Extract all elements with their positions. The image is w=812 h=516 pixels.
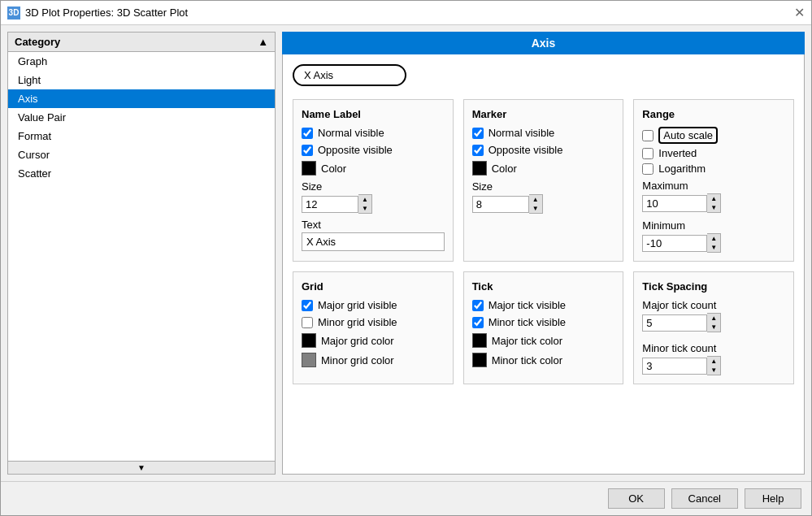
minor-tick-color-label: Minor tick color: [492, 354, 562, 366]
major-tick-count-btns: ▲ ▼: [707, 313, 721, 332]
range-title: Range: [642, 108, 785, 120]
logarithm-row: Logarithm: [642, 163, 785, 175]
marker-size-down-btn[interactable]: ▼: [529, 204, 542, 213]
sidebar-item-axis[interactable]: Axis: [8, 89, 275, 108]
minor-tick-color-row: Minor tick color: [472, 353, 615, 367]
marker-color-swatch[interactable]: [472, 161, 487, 176]
name-size-up-btn[interactable]: ▲: [358, 195, 371, 204]
name-size-spinner: ▲ ▼: [302, 194, 445, 214]
name-text-input[interactable]: [302, 232, 445, 251]
maximum-input[interactable]: [642, 195, 707, 212]
inverted-row: Inverted: [642, 147, 785, 159]
marker-size-up-btn[interactable]: ▲: [529, 195, 542, 204]
title-bar-left: 3D 3D Plot Properties: 3D Scatter Plot: [7, 7, 188, 20]
minimum-down-btn[interactable]: ▼: [707, 243, 720, 252]
marker-normal-visible-checkbox[interactable]: [472, 128, 484, 139]
name-size-down-btn[interactable]: ▼: [358, 204, 371, 213]
auto-scale-row: Auto scale: [642, 127, 785, 144]
major-tick-visible-row: Major tick visible: [472, 299, 615, 311]
help-button[interactable]: Help: [745, 488, 801, 509]
minor-tick-visible-label: Minor tick visible: [489, 316, 566, 328]
marker-section: Marker Normal visible Opposite visible C…: [463, 99, 624, 262]
minor-grid-visible-label: Minor grid visible: [318, 316, 397, 328]
minimum-up-btn[interactable]: ▲: [707, 234, 720, 243]
logarithm-checkbox[interactable]: [642, 163, 654, 175]
marker-size-label: Size: [472, 180, 615, 193]
major-tick-count-up-btn[interactable]: ▲: [707, 314, 720, 323]
cancel-button[interactable]: Cancel: [671, 488, 738, 509]
sidebar-item-light[interactable]: Light: [8, 71, 275, 89]
sidebar-item-scatter[interactable]: Scatter: [8, 164, 275, 183]
name-label-title: Name Label: [302, 108, 445, 120]
name-text-label: Text: [302, 219, 445, 231]
opposite-visible-checkbox[interactable]: [302, 145, 313, 156]
axis-dropdown[interactable]: X Axis Y Axis Z Axis: [293, 64, 406, 86]
minor-tick-visible-checkbox[interactable]: [472, 317, 484, 328]
major-tick-visible-checkbox[interactable]: [472, 300, 484, 311]
range-section: Range Auto scale Inverted Logarithm: [633, 99, 794, 262]
sidebar-item-graph[interactable]: Graph: [8, 52, 275, 71]
major-tick-color-row: Major tick color: [472, 333, 615, 348]
major-tick-count-input[interactable]: [642, 314, 707, 332]
maximum-up-btn[interactable]: ▲: [707, 194, 720, 203]
minimum-spinner: ▲ ▼: [642, 233, 785, 253]
marker-opposite-visible-label: Opposite visible: [489, 144, 563, 156]
major-grid-color-row: Major grid color: [302, 333, 445, 348]
minor-grid-visible-checkbox[interactable]: [302, 317, 313, 328]
major-tick-visible-label: Major tick visible: [489, 299, 566, 311]
name-color-label: Color: [321, 163, 346, 175]
minimum-input[interactable]: [642, 235, 707, 252]
minor-tick-color-swatch[interactable]: [472, 353, 487, 367]
bottom-bar: OK Cancel Help: [1, 481, 811, 515]
marker-size-input[interactable]: [472, 196, 529, 213]
major-tick-color-swatch[interactable]: [472, 333, 487, 348]
major-grid-visible-checkbox[interactable]: [302, 300, 313, 311]
marker-color-row: Color: [472, 161, 615, 176]
name-size-input[interactable]: [302, 196, 358, 213]
sidebar-scroll-down-btn[interactable]: ▼: [8, 461, 275, 474]
marker-opposite-visible-checkbox[interactable]: [472, 145, 484, 156]
maximum-spinner: ▲ ▼: [642, 193, 785, 213]
minor-tick-visible-row: Minor tick visible: [472, 316, 615, 328]
inverted-checkbox[interactable]: [642, 148, 654, 159]
minor-grid-visible-row: Minor grid visible: [302, 316, 445, 328]
marker-normal-visible-row: Normal visible: [472, 127, 615, 139]
major-grid-color-swatch[interactable]: [302, 333, 316, 348]
panel-body: X Axis Y Axis Z Axis Name Label Normal v…: [282, 54, 805, 475]
grid-title: Grid: [302, 280, 445, 293]
normal-visible-row: Normal visible: [302, 127, 445, 139]
title-bar: 3D 3D Plot Properties: 3D Scatter Plot ✕: [1, 1, 811, 25]
minor-grid-color-label: Minor grid color: [321, 354, 394, 366]
maximum-btns: ▲ ▼: [707, 193, 721, 213]
minor-tick-count-down-btn[interactable]: ▼: [707, 366, 720, 375]
minimum-label: Minimum: [642, 219, 785, 232]
major-tick-count-down-btn[interactable]: ▼: [707, 323, 720, 332]
ok-button[interactable]: OK: [608, 488, 665, 509]
close-button[interactable]: ✕: [794, 7, 805, 20]
auto-scale-checkbox[interactable]: [642, 130, 654, 141]
sidebar-header: Category ▲: [8, 33, 275, 52]
sidebar-item-format[interactable]: Format: [8, 127, 275, 145]
tick-section: Tick Major tick visible Minor tick visib…: [463, 271, 624, 384]
minor-tick-count-up-btn[interactable]: ▲: [707, 357, 720, 366]
major-grid-visible-label: Major grid visible: [318, 299, 397, 311]
range-inputs: Maximum ▲ ▼ Minimum: [642, 180, 785, 253]
sections-top: Name Label Normal visible Opposite visib…: [293, 99, 794, 262]
normal-visible-checkbox[interactable]: [302, 128, 313, 139]
minor-grid-color-swatch[interactable]: [302, 353, 316, 367]
sidebar-item-cursor[interactable]: Cursor: [8, 145, 275, 164]
tick-spacing-title: Tick Spacing: [642, 280, 785, 293]
sidebar-list: Graph Light Axis Value Pair Format Curso…: [8, 52, 275, 461]
name-size-btns: ▲ ▼: [358, 194, 372, 214]
minimum-btns: ▲ ▼: [707, 233, 721, 253]
minor-tick-count-btns: ▲ ▼: [707, 356, 721, 375]
window-title: 3D Plot Properties: 3D Scatter Plot: [25, 7, 188, 19]
minor-tick-count-input[interactable]: [642, 358, 707, 375]
major-grid-color-label: Major grid color: [321, 335, 394, 347]
maximum-down-btn[interactable]: ▼: [707, 203, 720, 212]
name-color-swatch[interactable]: [302, 161, 316, 176]
sidebar-item-value-pair[interactable]: Value Pair: [8, 108, 275, 127]
sidebar: Category ▲ Graph Light Axis Value Pair F…: [7, 32, 276, 475]
logarithm-label: Logarithm: [658, 163, 706, 175]
minor-tick-count-label: Minor tick count: [642, 342, 785, 354]
